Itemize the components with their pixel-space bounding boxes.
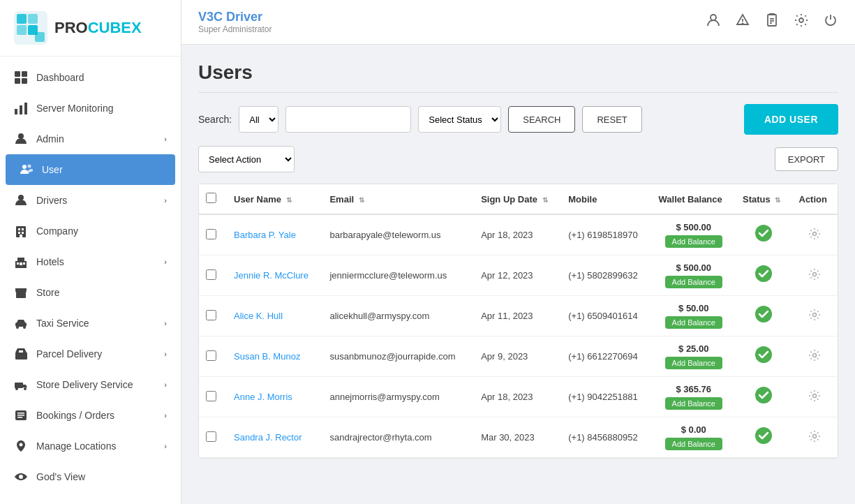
sidebar-item-gods-view[interactable]: God's View	[0, 461, 181, 492]
sidebar-item-admin[interactable]: Admin ›	[0, 124, 181, 154]
row-checkbox[interactable]	[206, 310, 216, 320]
sidebar-item-bookings[interactable]: Bookings / Orders ›	[0, 400, 181, 431]
add-balance-button[interactable]: Add Balance	[665, 276, 722, 288]
power-icon[interactable]	[823, 13, 838, 31]
row-checkbox[interactable]	[206, 269, 216, 280]
add-balance-button[interactable]: Add Balance	[665, 235, 722, 248]
page-content: Users Search: All Select Status Active I…	[181, 45, 855, 504]
chevron-icon: ›	[164, 258, 167, 266]
table-row: Susan B. Munoz susanbmunoz@jourrapide.co…	[199, 336, 838, 377]
row-mobile: (+1) 6612270694	[561, 336, 651, 377]
gear-icon[interactable]	[808, 311, 821, 323]
svg-point-31	[16, 326, 19, 329]
col-header-mobile: Mobile	[561, 184, 651, 214]
col-header-signup: Sign Up Date ⇅	[474, 184, 561, 214]
sidebar-item-parcel-delivery[interactable]: Parcel Delivery ›	[0, 339, 181, 369]
svg-rect-39	[17, 413, 24, 414]
logo: PROCUBEX	[0, 0, 181, 57]
row-checkbox[interactable]	[206, 431, 216, 442]
svg-rect-1	[17, 14, 27, 24]
gear-icon[interactable]	[808, 433, 821, 445]
select-action[interactable]: Select Action Delete Activate Deactivate	[198, 146, 295, 172]
sort-icon: ⇅	[359, 196, 364, 204]
row-signup-date: Mar 30, 2023	[474, 417, 561, 458]
hotel-icon	[14, 255, 28, 269]
user-name-link[interactable]: Barbara P. Yale	[234, 230, 296, 240]
add-balance-button[interactable]: Add Balance	[665, 438, 722, 450]
app-name: V3C Driver	[198, 10, 272, 24]
user-name-link[interactable]: Alice K. Hull	[234, 311, 283, 321]
svg-point-32	[23, 326, 26, 329]
svg-rect-40	[17, 415, 24, 416]
settings-icon[interactable]	[794, 13, 809, 31]
svg-point-56	[813, 313, 817, 316]
sidebar-item-taxi-service[interactable]: Taxi Service ›	[0, 308, 181, 339]
row-signup-date: Apr 18, 2023	[474, 377, 561, 417]
svg-rect-22	[20, 235, 22, 237]
user-icon[interactable]	[706, 13, 721, 31]
add-balance-button[interactable]: Add Balance	[665, 397, 722, 410]
add-balance-button[interactable]: Add Balance	[665, 316, 722, 329]
row-signup-date: Apr 12, 2023	[474, 255, 561, 296]
sidebar-item-drivers[interactable]: Drivers ›	[0, 185, 181, 216]
select-all-checkbox[interactable]	[206, 193, 216, 203]
gear-icon[interactable]	[808, 392, 821, 404]
gear-icon[interactable]	[808, 271, 821, 283]
sidebar-item-company[interactable]: Company	[0, 216, 181, 246]
select-all-header	[199, 184, 227, 214]
search-button[interactable]: SEARCH	[508, 106, 575, 133]
col-header-email: Email ⇅	[322, 184, 474, 214]
row-checkbox[interactable]	[206, 391, 216, 401]
header-icons	[706, 13, 838, 31]
alert-icon[interactable]	[735, 13, 750, 31]
sidebar-item-dashboard[interactable]: Dashboard	[0, 62, 181, 93]
sidebar-item-server-monitoring[interactable]: Server Monitoring	[0, 93, 181, 124]
row-action	[792, 296, 838, 336]
user-name-link[interactable]: Susan B. Munoz	[234, 351, 300, 362]
row-action	[792, 377, 838, 417]
clipboard-icon[interactable]	[764, 13, 780, 31]
sidebar-item-store[interactable]: Store	[0, 277, 181, 308]
sidebar-item-user[interactable]: User	[6, 154, 175, 185]
status-select[interactable]: Select Status Active Inactive	[418, 106, 501, 133]
row-balance: $ 25.00 Add Balance	[652, 336, 736, 377]
sidebar-item-label: Company	[36, 225, 78, 237]
balance-amount: $ 0.00	[659, 424, 729, 435]
svg-point-36	[15, 387, 18, 390]
export-button[interactable]: EXPORT	[775, 147, 838, 171]
page-title: Users	[198, 61, 838, 93]
gear-icon[interactable]	[808, 352, 821, 364]
row-email: susanbmunoz@jourrapide.com	[322, 336, 474, 377]
row-status	[736, 296, 792, 336]
row-checkbox[interactable]	[206, 229, 216, 239]
user-name-link[interactable]: Sandra J. Rector	[234, 432, 302, 443]
add-user-button[interactable]: ADD USER	[744, 104, 838, 135]
reset-button[interactable]: RESET	[582, 106, 641, 133]
status-active-icon	[754, 431, 773, 448]
row-checkbox-cell	[199, 417, 227, 458]
row-username: Jennie R. McClure	[227, 255, 322, 296]
sidebar-item-store-delivery[interactable]: Store Delivery Service ›	[0, 369, 181, 400]
svg-rect-35	[15, 383, 23, 388]
add-balance-button[interactable]: Add Balance	[665, 357, 722, 369]
balance-amount: $ 25.00	[659, 343, 729, 354]
user-name-link[interactable]: Anne J. Morris	[234, 392, 292, 402]
user-name-link[interactable]: Jennie R. McClure	[234, 270, 308, 281]
svg-rect-3	[17, 25, 27, 35]
logo-text: PROCUBEX	[54, 19, 142, 37]
gear-icon[interactable]	[808, 230, 821, 242]
chevron-icon: ›	[164, 319, 167, 327]
user-role: Super Administrator	[198, 24, 272, 34]
driver-icon	[14, 193, 28, 207]
search-type-select[interactable]: All	[239, 106, 278, 133]
sidebar-item-manage-locations[interactable]: Manage Locations ›	[0, 431, 181, 461]
table-row: Barbara P. Yale barbarapyale@teleworm.us…	[199, 214, 838, 255]
search-input[interactable]	[285, 106, 411, 133]
svg-rect-8	[15, 78, 20, 84]
sidebar-nav: Dashboard Server Monitoring Admin › User	[0, 57, 181, 504]
row-checkbox[interactable]	[206, 350, 216, 361]
sidebar-item-hotels[interactable]: Hotels ›	[0, 246, 181, 277]
balance-amount: $ 500.00	[659, 262, 729, 273]
sort-icon: ⇅	[775, 196, 780, 204]
row-username: Susan B. Munoz	[227, 336, 322, 377]
